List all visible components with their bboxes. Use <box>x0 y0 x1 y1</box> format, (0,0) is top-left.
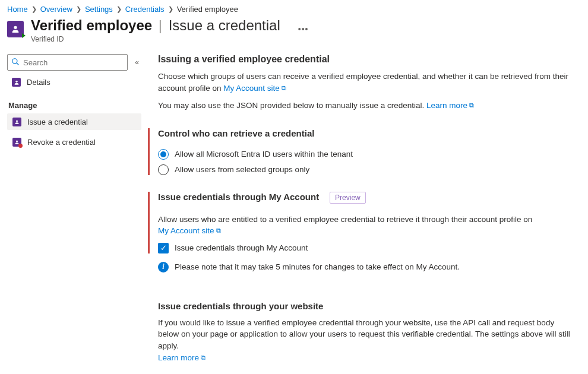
sidebar: « Details Manage Issue a credential <box>0 54 146 374</box>
credential-badge-icon <box>7 21 24 37</box>
external-link-icon: ⧉ <box>201 353 206 363</box>
breadcrumb: Home ❯ Overview ❯ Settings ❯ Credentials… <box>0 0 588 16</box>
sidebar-item-label: Details <box>27 78 50 87</box>
issue-credential-icon <box>12 117 21 126</box>
section-control-retrieve: Control who can retrieve a credential Al… <box>148 128 576 175</box>
paragraph-entitled: Allow users who are entitled to a verifi… <box>158 214 576 237</box>
radio-label: Allow all Microsoft Entra ID users withi… <box>175 150 353 159</box>
info-icon: i <box>158 262 169 272</box>
chevron-right-icon: ❯ <box>116 5 122 13</box>
sidebar-item-issue-credential[interactable]: Issue a credential <box>7 113 141 130</box>
page-header: Verified employee | Issue a credential V… <box>0 16 588 54</box>
checkbox-icon[interactable]: ✓ <box>158 243 169 253</box>
breadcrumb-current: Verified employee <box>177 5 238 14</box>
page-title: Verified employee | Issue a credential <box>31 17 280 34</box>
svg-point-4 <box>16 120 18 122</box>
details-icon <box>12 78 21 87</box>
breadcrumb-link[interactable]: Overview <box>40 5 72 14</box>
link-my-account-site[interactable]: My Account site⧉ <box>223 84 286 93</box>
breadcrumb-link[interactable]: Home <box>7 5 28 14</box>
chevron-right-icon: ❯ <box>168 5 173 13</box>
product-label: Verified ID <box>31 35 280 43</box>
section-issue-my-account: Issue credentials through My Account Pre… <box>148 192 576 253</box>
search-icon <box>11 58 20 68</box>
svg-point-1 <box>12 58 17 63</box>
checkbox-label: Issue credentials through My Account <box>175 243 308 252</box>
info-note: i Please note that it may take 5 minutes… <box>158 262 576 272</box>
paragraph-json-manual: You may also use the JSON provided below… <box>158 100 576 112</box>
section-issue-website: Issue credentials through your website I… <box>158 301 576 363</box>
svg-point-0 <box>14 26 17 29</box>
svg-point-5 <box>16 140 18 142</box>
link-learn-more[interactable]: Learn more⧉ <box>426 101 474 110</box>
external-link-icon: ⧉ <box>469 101 474 110</box>
more-actions-icon[interactable]: ••• <box>298 17 309 34</box>
sidebar-item-label: Revoke a credential <box>27 138 96 147</box>
external-link-icon: ⧉ <box>216 226 221 236</box>
checkbox-issue-my-account[interactable]: ✓ Issue credentials through My Account <box>158 243 576 253</box>
radio-option-selected-groups[interactable]: Allow users from selected groups only <box>158 164 576 175</box>
chevron-right-icon: ❯ <box>76 5 81 13</box>
heading-control-retrieve: Control who can retrieve a credential <box>158 128 314 138</box>
svg-line-2 <box>17 62 19 65</box>
sidebar-section-manage: Manage <box>8 101 141 110</box>
breadcrumb-link[interactable]: Settings <box>85 5 113 14</box>
heading-issue-website: Issue credentials through your website <box>158 301 323 311</box>
radio-label: Allow users from selected groups only <box>175 165 309 174</box>
radio-icon[interactable] <box>158 149 169 160</box>
svg-point-3 <box>15 80 17 82</box>
info-text: Please note that it may take 5 minutes f… <box>175 262 460 271</box>
search-input[interactable] <box>23 58 124 67</box>
radio-icon[interactable] <box>158 164 169 175</box>
sidebar-item-label: Issue a credential <box>27 118 88 126</box>
sidebar-item-details[interactable]: Details <box>7 74 141 90</box>
chevron-right-icon: ❯ <box>31 5 37 13</box>
heading-issue-my-account: Issue credentials through My Account <box>158 192 319 202</box>
heading-issuing: Issuing a verified employee credential <box>158 54 576 65</box>
link-my-account-site[interactable]: My Account site⧉ <box>158 226 221 235</box>
breadcrumb-link[interactable]: Credentials <box>125 5 165 14</box>
radio-option-all-users[interactable]: Allow all Microsoft Entra ID users withi… <box>158 149 576 160</box>
external-link-icon: ⧉ <box>282 84 286 93</box>
paragraph-choose-groups: Choose which groups of users can receive… <box>158 71 576 94</box>
preview-badge: Preview <box>330 192 366 204</box>
paragraph-website: If you would like to issue a verified em… <box>158 317 576 363</box>
link-learn-more[interactable]: Learn more⧉ <box>158 353 206 362</box>
revoke-credential-icon <box>12 137 21 147</box>
sidebar-item-revoke-credential[interactable]: Revoke a credential <box>7 134 141 150</box>
main-content: Issuing a verified employee credential C… <box>146 54 588 374</box>
collapse-sidebar-icon[interactable]: « <box>132 56 141 69</box>
search-input-wrapper[interactable] <box>7 54 128 71</box>
